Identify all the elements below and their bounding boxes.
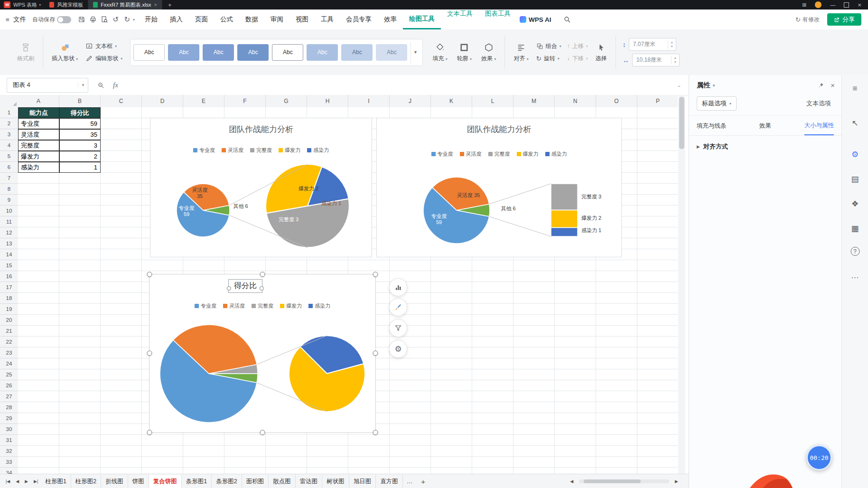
column-header-E[interactable]: E xyxy=(183,95,224,107)
select-tool-icon[interactable]: ↖ xyxy=(848,116,862,130)
search-icon[interactable] xyxy=(561,14,573,25)
close-tab-icon[interactable]: × xyxy=(154,2,157,8)
print-preview-icon[interactable] xyxy=(99,14,110,25)
pin-icon[interactable] xyxy=(817,82,824,89)
data-label[interactable]: 专业度 59 xyxy=(175,205,198,217)
panel-subtab-效果[interactable]: 效果 xyxy=(759,122,771,135)
chart-legend[interactable]: 专业度灵活度完整度爆发力感染力 xyxy=(377,150,621,158)
row-header-15[interactable]: 15 xyxy=(0,260,18,271)
column-header-O[interactable]: O xyxy=(596,95,637,107)
apps-grid-icon[interactable]: ⊞ xyxy=(802,2,806,8)
data-label[interactable]: 完整度 3 xyxy=(581,194,619,200)
prev-sheet-icon[interactable]: ◀ xyxy=(13,479,22,484)
scroll-right-icon[interactable]: ▶ xyxy=(672,479,681,484)
bar-segment-爆发力[interactable] xyxy=(551,210,578,228)
share-button[interactable]: 分享 xyxy=(827,13,861,26)
data-label[interactable]: 专业度 59 xyxy=(428,213,450,225)
sheet-tab-饼图[interactable]: 饼图 xyxy=(128,475,149,488)
data-label[interactable]: 爆发力 2 xyxy=(581,215,619,221)
chart-style-button[interactable] xyxy=(389,298,407,316)
chart-tools-icon[interactable]: ▦ xyxy=(848,221,862,235)
menu-item-插入[interactable]: 插入 xyxy=(164,15,189,24)
data-label[interactable]: 完整度 3 xyxy=(270,216,308,223)
row-header-31[interactable]: 31 xyxy=(0,435,18,446)
chart-title[interactable]: 团队作战能力分析 xyxy=(150,124,372,135)
legend-item-完整度[interactable]: 完整度 xyxy=(488,150,510,158)
row-header-29[interactable]: 29 xyxy=(0,413,18,424)
width-field[interactable]: ▲▼ xyxy=(632,54,680,66)
height-input[interactable] xyxy=(629,41,667,48)
row-header-19[interactable]: 19 xyxy=(0,304,18,315)
selection-handle[interactable] xyxy=(373,272,378,277)
column-header-A[interactable]: A xyxy=(18,95,59,107)
table-cell[interactable]: 2 xyxy=(59,151,101,162)
data-label[interactable]: 其他 6 xyxy=(224,203,258,209)
first-sheet-icon[interactable]: |◀ xyxy=(3,479,13,484)
row-header-16[interactable]: 16 xyxy=(0,271,18,282)
width-input[interactable] xyxy=(633,56,671,64)
send-backward-button[interactable]: ↓ 下移▾ xyxy=(567,55,588,63)
row-header-34[interactable]: 34 xyxy=(0,468,18,474)
row-header-14[interactable]: 14 xyxy=(0,249,18,260)
legend-item-爆发力[interactable]: 爆发力 xyxy=(279,147,300,154)
row-header-20[interactable]: 20 xyxy=(0,315,18,326)
row-header-26[interactable]: 26 xyxy=(0,380,18,391)
data-label[interactable]: 感染力 1 xyxy=(581,227,619,234)
sheet-tab-柱形图1[interactable]: 柱形图1 xyxy=(41,475,71,488)
modified-status[interactable]: ↻ 有修改 xyxy=(795,16,820,24)
tab-template[interactable]: 风雅宋模板 xyxy=(45,0,88,9)
chart-pie-of-pie-selected[interactable]: 得分比 专业度灵活度完整度爆发力感染力 xyxy=(149,274,376,433)
sheet-tab-直方图[interactable]: 直方图 xyxy=(376,475,403,488)
row-header-24[interactable]: 24 xyxy=(0,358,18,369)
timer-bubble[interactable]: 00:20 xyxy=(806,445,832,470)
autosave-toggle[interactable] xyxy=(57,16,71,23)
table-header-cell[interactable]: 得分比 xyxy=(59,107,101,118)
vertical-scrollbar-thumb[interactable] xyxy=(679,97,684,149)
selection-handle[interactable] xyxy=(260,430,265,435)
row-header-9[interactable]: 9 xyxy=(0,195,18,206)
redo-icon[interactable]: ↻ xyxy=(121,14,133,25)
data-label[interactable]: 感染力 1 xyxy=(312,200,350,206)
horizontal-scrollbar[interactable]: ◀ ▶ xyxy=(567,479,689,484)
row-header-17[interactable]: 17 xyxy=(0,282,18,293)
row-header-13[interactable]: 13 xyxy=(0,238,18,249)
row-header-27[interactable]: 27 xyxy=(0,391,18,402)
data-label[interactable]: 灵活度 35 xyxy=(447,192,490,198)
sheet-tab-旭日图[interactable]: 旭日图 xyxy=(349,475,376,488)
table-cell[interactable]: 爆发力 xyxy=(18,151,59,162)
legend-item-爆发力[interactable]: 爆发力 xyxy=(517,150,539,158)
help-icon[interactable]: ? xyxy=(850,247,859,256)
legend-item-感染力[interactable]: 感染力 xyxy=(545,150,567,158)
width-stepper[interactable]: ▲▼ xyxy=(671,56,679,65)
selection-handle[interactable] xyxy=(147,430,152,435)
hamburger-icon[interactable]: ≡ xyxy=(6,16,9,23)
menu-item-视图[interactable]: 视图 xyxy=(289,15,315,24)
height-field[interactable]: ▲▼ xyxy=(629,38,676,51)
legend-item-灵活度[interactable]: 灵活度 xyxy=(223,302,245,310)
row-header-8[interactable]: 8 xyxy=(0,184,18,195)
menu-item-效率[interactable]: 效率 xyxy=(378,15,403,24)
column-header-C[interactable]: C xyxy=(101,95,142,107)
insert-shape-button[interactable]: 插入形状 ▾ xyxy=(47,42,83,63)
chart-legend[interactable]: 专业度灵活度完整度爆发力感染力 xyxy=(149,302,375,310)
menu-item-公式[interactable]: 公式 xyxy=(214,15,239,24)
sheet-tab-柱形图2[interactable]: 柱形图2 xyxy=(71,475,101,488)
close-window-icon[interactable]: × xyxy=(858,1,861,9)
row-header-10[interactable]: 10 xyxy=(0,206,18,216)
tool-menu-图表工具[interactable]: 图表工具 xyxy=(479,9,517,29)
align-button[interactable]: 对齐 ▾ xyxy=(509,42,533,63)
selection-handle[interactable] xyxy=(373,351,378,356)
sheet-tab-散点图[interactable]: 散点图 xyxy=(269,475,296,488)
sheet-tab-面积图[interactable]: 面积图 xyxy=(242,475,269,488)
legend-item-灵活度[interactable]: 灵活度 xyxy=(460,150,482,158)
shapes-icon[interactable]: ❖ xyxy=(848,197,862,211)
row-header-7[interactable]: 7 xyxy=(0,173,18,184)
table-cell[interactable]: 3 xyxy=(59,140,101,151)
column-header-K[interactable]: K xyxy=(431,95,472,107)
row-header-11[interactable]: 11 xyxy=(0,216,18,227)
selection-handle[interactable] xyxy=(147,272,152,277)
menu-item-会员专享[interactable]: 会员专享 xyxy=(340,15,378,24)
chart-pie-of-pie[interactable]: 团队作战能力分析 专业度灵活度完整度爆发力感染力 专业度 59灵活度 35其他 … xyxy=(150,118,372,257)
menu-file[interactable]: 文件 xyxy=(11,15,32,24)
legend-item-完整度[interactable]: 完整度 xyxy=(250,147,272,154)
